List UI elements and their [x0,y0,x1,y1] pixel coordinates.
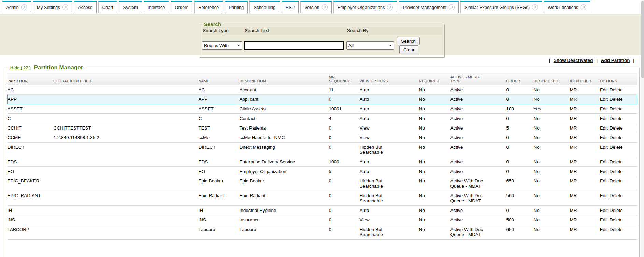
search-type-select[interactable]: Begins With [202,41,242,50]
column-header-partition[interactable]: PARTITION [8,73,54,85]
column-header-name[interactable]: NAME [199,73,240,85]
hide-link[interactable]: Hide ( 27 ) [10,66,31,70]
popout-icon[interactable]: ↗ [449,4,455,10]
cell-restricted: No [534,225,570,240]
cell-name: TEST [199,123,240,133]
tab-admin[interactable]: Admin ↗ [2,1,31,13]
table-row: EPIC_BEAKEREpic BeakerEpic Beaker0Hidden… [8,176,637,191]
cell-order: 500 [506,215,534,225]
delete-link[interactable]: Delete [610,125,623,131]
edit-link[interactable]: Edit [600,125,608,131]
delete-link[interactable]: Delete [610,135,623,140]
popout-icon[interactable]: ↗ [21,4,27,10]
delete-link[interactable]: Delete [610,193,623,198]
popout-icon[interactable]: ↗ [532,4,538,10]
popout-icon[interactable]: ↗ [62,4,68,10]
tab-scheduling[interactable]: Scheduling [249,1,280,13]
tab-interface[interactable]: Interface [144,1,169,13]
search-by-select[interactable]: All [346,41,394,50]
column-header-order[interactable]: ORDER [506,73,534,85]
tab-provider-management[interactable]: Provider Management ↗ [399,1,459,13]
cell-active_merge_type: Active [450,167,506,176]
cell-view_options: Auto [360,206,419,215]
column-header-description[interactable]: DESCRIPTION [240,73,329,85]
edit-link[interactable]: Edit [600,217,608,222]
search-labels-row: Search Type Search Text Search By [202,27,442,35]
cell-order: 560 [506,191,534,206]
cell-partition: CCME [8,133,54,143]
cell-global_identifier: CCHITTESTTEST [54,123,199,133]
tab-printing[interactable]: Printing [225,1,248,13]
cell-order: 0 [506,206,534,215]
delete-link[interactable]: Delete [610,169,623,174]
vertical-scrollbar[interactable] [641,0,644,257]
show-deactivated-link[interactable]: Show Deactivated [554,58,593,63]
edit-link[interactable]: Edit [600,227,608,232]
delete-link[interactable]: Delete [610,116,623,121]
popout-icon[interactable]: ↗ [387,4,393,10]
tab-employer-organizations[interactable]: Employer Organizations ↗ [333,1,397,13]
edit-link[interactable]: Edit [600,159,608,164]
column-header-required[interactable]: REQUIRED [419,73,450,85]
cell-options: EditDelete [600,225,637,240]
edit-link[interactable]: Edit [600,193,608,198]
cell-view_options: View [360,215,419,225]
delete-link[interactable]: Delete [610,159,623,164]
cell-partition: APP [8,95,54,104]
cell-required: No [419,114,450,123]
edit-link[interactable]: Edit [600,116,608,121]
edit-link[interactable]: Edit [600,87,608,92]
column-header-identifier[interactable]: IDENTIFIER [570,73,600,85]
edit-link[interactable]: Edit [600,169,608,174]
add-partition-link[interactable]: Add Partition [601,58,630,63]
column-header-mr_sequence[interactable]: MRSEQUENCE [329,73,360,85]
tab-reference[interactable]: Reference [194,1,223,13]
cell-name: Labcorp [199,225,240,240]
column-header-global_identifier[interactable]: GLOBAL IDENTIFIER [54,73,199,85]
delete-link[interactable]: Delete [610,97,623,102]
cell-partition: INS [8,215,54,225]
chevron-down-icon [237,45,240,46]
column-header-restricted[interactable]: RESTRICTED [534,73,570,85]
tab-my-settings[interactable]: My Settings ↗ [33,1,72,13]
delete-link[interactable]: Delete [610,227,623,232]
delete-link[interactable]: Delete [610,145,623,150]
edit-link[interactable]: Edit [600,97,608,102]
delete-link[interactable]: Delete [610,106,623,111]
cell-description: Employer Organization [240,167,329,176]
edit-link[interactable]: Edit [600,178,608,184]
tab-access[interactable]: Access [74,1,97,13]
tab-system[interactable]: System [119,1,142,13]
cell-identifier: MR [570,123,600,133]
scrollbar-thumb[interactable] [641,1,644,78]
edit-link[interactable]: Edit [600,135,608,140]
tab-version[interactable]: Version ↗ [300,1,331,13]
tab-similar-exposure-groups-segs[interactable]: Similar Exposure Groups (SEGs) ↗ [460,1,542,13]
cell-description: Epic Beaker [240,176,329,191]
delete-link[interactable]: Delete [610,217,623,222]
cell-identifier: MR [570,215,600,225]
tab-orders[interactable]: Orders [171,1,192,13]
tab-work-locations[interactable]: Work Locations ↗ [544,1,590,13]
popout-icon[interactable]: ↗ [581,4,586,10]
cell-partition: EPIC_RADIANT [8,191,54,206]
cell-partition: C [8,114,54,123]
delete-link[interactable]: Delete [610,208,623,213]
edit-link[interactable]: Edit [600,145,608,150]
clear-button[interactable]: Clear [399,45,418,54]
edit-link[interactable]: Edit [600,208,608,213]
delete-link[interactable]: Delete [610,87,623,92]
delete-link[interactable]: Delete [610,178,623,184]
search-button[interactable]: Search [397,37,420,45]
cell-restricted: No [534,95,570,104]
edit-link[interactable]: Edit [600,106,608,111]
column-header-active_merge_type[interactable]: ACTIVE - MERGETYPE [450,73,506,85]
cell-view_options: View [360,133,419,143]
partition-table: PARTITIONGLOBAL IDENTIFIERNAMEDESCRIPTIO… [7,73,637,240]
tab-chart[interactable]: Chart [98,1,117,13]
column-header-view_options[interactable]: VIEW OPTIONS [360,73,419,85]
cell-description: Applicant [240,95,329,104]
search-text-input[interactable] [244,41,344,50]
tab-hsp[interactable]: HSP [282,1,299,13]
popout-icon[interactable]: ↗ [322,4,328,10]
